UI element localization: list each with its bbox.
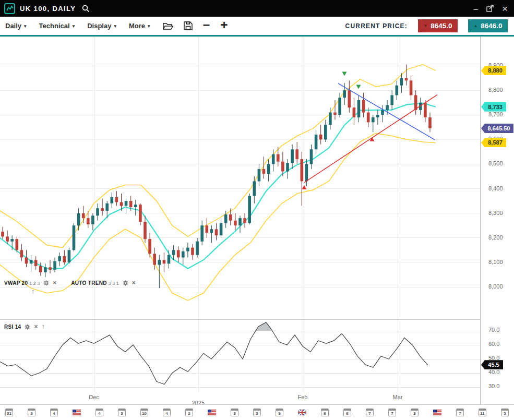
flag-uk-icon[interactable] [298,410,306,415]
rsi-legend: RSI 14 × ↑ [4,323,44,330]
flag-us-icon[interactable] [208,410,216,415]
rsi-value-badge: 45.5 [481,360,503,369]
buy-price-badge[interactable]: ▲ 8646.0 [468,19,508,32]
rsi-legend-label: RSI 14 [4,324,21,330]
calendar-event-icon[interactable]: 31 [5,409,13,416]
flag-us-icon[interactable] [73,410,81,415]
zoom-in-icon[interactable]: + [221,19,228,31]
price-axis-label: 8,700 [488,111,503,117]
rsi-axis-label: 30.0 [488,383,499,389]
rsi-settings-icon[interactable] [25,324,30,330]
save-icon[interactable] [184,21,193,30]
price-down-arrow-icon: ▼ [423,24,427,28]
menu-daily[interactable]: Daily▾ [5,22,27,30]
close-button[interactable]: × [502,4,508,14]
price-chart-canvas[interactable] [0,37,480,319]
price-badge: 8,880 [481,66,506,75]
calendar-event-icon[interactable]: 7 [366,409,374,416]
candles [1,65,432,289]
current-price-label: CURRENT PRICE: [345,22,408,30]
vwap-settings-icon[interactable] [43,280,49,286]
calendar-event-icon[interactable]: 7 [456,409,464,416]
time-axis-label: Feb [292,394,313,400]
sell-price-badge[interactable]: ▼ 8645.0 [418,19,458,32]
calendar-event-icon[interactable]: 6 [343,409,351,416]
auto-trend-settings-icon[interactable] [123,280,128,286]
rsi-remove-icon[interactable]: × [34,323,38,330]
calendar-event-icon[interactable]: 4 [50,409,58,416]
search-icon[interactable] [82,5,90,13]
price-axis-label: 8,800 [488,87,503,93]
rsi-move-up-icon[interactable]: ↑ [41,323,44,330]
rsi-axis-label: 40.0 [488,369,499,375]
auto-trend-legend-label: AUTO TREND3 3 1 [71,280,118,286]
chevron-down-icon: ▾ [73,23,75,29]
time-axis[interactable]: Dec2025FebMar [0,392,480,404]
calendar-strip: 3184431042339667737115 [0,404,514,420]
zoom-out-icon[interactable]: − [203,19,210,31]
menu-technical[interactable]: Technical▾ [39,22,75,30]
sell-signal-marker [342,72,347,76]
price-badge: 8,645.50 [481,124,513,133]
rsi-axis-label: 60.0 [488,341,499,347]
chart-toolbar: Daily▾Technical▾Display▾More▾ − + CURREN… [0,17,514,37]
app-logo-icon [4,3,15,14]
chevron-down-icon: ▾ [24,23,27,29]
move-indicator-up-icon[interactable]: ↑ [31,288,34,295]
price-axis[interactable]: 8,9008,8008,7008,6008,5008,4008,3008,200… [480,37,514,404]
chevron-down-icon: ▾ [114,23,116,29]
menu-more[interactable]: More▾ [129,22,150,30]
price-badge: 8,733 [481,102,506,112]
popout-button[interactable] [486,5,494,12]
calendar-event-icon[interactable]: 3 [411,409,419,416]
bollinger-upper-band [0,65,436,248]
time-axis-label: Mar [387,394,408,400]
calendar-event-icon[interactable]: 11 [479,409,486,416]
calendar-event-icon[interactable]: 8 [28,409,35,416]
calendar-event-icon[interactable]: 9 [276,409,283,416]
flag-us-icon[interactable] [433,410,441,415]
rsi-line [0,322,428,385]
chart-region: VWAP 201 2 3 × AUTO TREND3 3 1 × ↑ RSI 1… [0,37,514,420]
price-axis-label: 8,200 [488,234,503,241]
bollinger-lower-band [0,134,436,301]
open-folder-icon[interactable] [163,22,173,30]
sell-signal-marker [356,85,361,89]
auto-trend-remove-icon[interactable]: × [132,280,136,286]
calendar-event-icon[interactable]: 3 [118,409,126,416]
price-axis-label: 8,100 [488,259,503,265]
time-axis-label: Dec [83,394,104,400]
rsi-panel-canvas[interactable] [0,319,480,392]
trading-platform-window: UK 100, DAILY – × Daily▾Technical▾Displa… [0,0,514,420]
price-up-arrow-icon: ▲ [473,24,477,28]
menu-bar: Daily▾Technical▾Display▾More▾ [5,22,163,30]
price-badge: 8,587 [481,138,506,147]
current-price-panel: CURRENT PRICE: ▼ 8645.0 ▲ 8646.0 [345,19,509,32]
titlebar: UK 100, DAILY – × [0,0,514,17]
vwap-remove-icon[interactable]: × [53,280,56,286]
price-axis-label: 8,300 [488,210,503,216]
calendar-event-icon[interactable]: 5 [501,409,509,416]
chevron-down-icon: ▾ [148,23,150,29]
calendar-event-icon[interactable]: 4 [95,409,103,416]
price-axis-label: 8,400 [488,185,503,191]
indicator-legend: VWAP 201 2 3 × AUTO TREND3 3 1 × [4,280,136,286]
rsi-axis-label: 70.0 [488,327,499,333]
menu-display[interactable]: Display▾ [87,22,116,30]
calendar-event-icon[interactable]: 3 [253,409,261,416]
sell-price-value: 8645.0 [431,22,452,30]
calendar-event-icon[interactable]: 2 [185,409,193,416]
buy-price-value: 8646.0 [481,22,502,30]
calendar-event-icon[interactable]: 3 [231,409,238,416]
price-axis-label: 8,000 [488,283,503,290]
calendar-event-icon[interactable]: 6 [321,409,329,416]
calendar-event-icon[interactable]: 7 [388,409,396,416]
calendar-event-icon[interactable]: 4 [163,409,171,416]
price-axis-label: 8,500 [488,160,503,166]
vwap-legend-label: VWAP 201 2 3 [4,280,40,286]
calendar-event-icon[interactable]: 10 [140,409,148,416]
minimize-button[interactable]: – [474,5,478,13]
window-title: UK 100, DAILY [20,5,76,13]
